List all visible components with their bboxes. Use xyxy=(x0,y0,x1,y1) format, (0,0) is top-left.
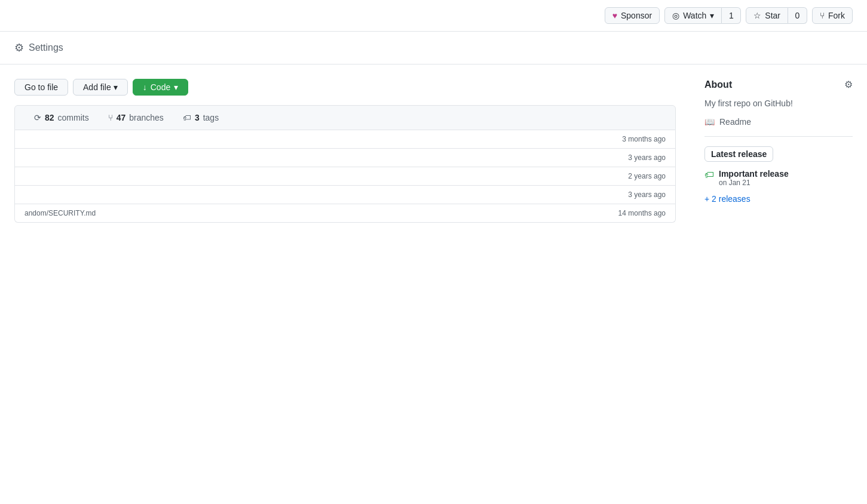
releases-section: Latest release 🏷 Important release on Ja… xyxy=(704,146,853,204)
watch-button[interactable]: ◎ Watch ▾ xyxy=(664,7,722,24)
about-header: About ⚙ xyxy=(704,79,853,90)
chevron-down-icon: ▾ xyxy=(174,82,178,92)
star-icon: ☆ xyxy=(753,11,761,20)
code-button[interactable]: ↓ Code ▾ xyxy=(133,79,188,96)
table-row: 3 years ago xyxy=(15,186,675,204)
eye-icon: ◎ xyxy=(672,11,679,20)
branches-label: branches xyxy=(129,113,164,122)
release-name[interactable]: Important release xyxy=(719,169,789,179)
file-list: 3 months ago 3 years ago 2 years ago 3 y… xyxy=(14,130,676,223)
star-button-group: ☆ Star 0 xyxy=(746,7,807,24)
release-date: on Jan 21 xyxy=(719,179,789,187)
about-title: About xyxy=(704,79,732,90)
stats-bar: ⟳ 82 commits ⑂ 47 branches 🏷 3 tags xyxy=(14,105,676,130)
commits-label: commits xyxy=(58,113,89,122)
file-timestamp: 2 years ago xyxy=(628,172,666,180)
heart-icon xyxy=(612,11,617,20)
table-row: 2 years ago xyxy=(15,167,675,186)
code-label: Code xyxy=(151,82,170,92)
go-to-file-label: Go to file xyxy=(24,82,58,92)
download-icon: ↓ xyxy=(143,82,147,92)
chevron-down-icon: ▾ xyxy=(710,11,714,20)
gear-icon[interactable]: ⚙ xyxy=(844,79,853,90)
file-timestamp: 3 months ago xyxy=(622,135,666,143)
file-timestamp: 3 years ago xyxy=(628,190,666,199)
star-count[interactable]: 0 xyxy=(788,7,807,24)
settings-row: ⚙ Settings xyxy=(0,32,867,64)
main-content: Go to file Add file ▾ ↓ Code ▾ ⟳ 82 comm… xyxy=(0,64,867,237)
watch-label: Watch xyxy=(683,11,706,20)
branch-icon: ⑂ xyxy=(108,113,113,122)
table-row: andom/SECURITY.md 14 months ago xyxy=(15,204,675,222)
top-bar: Sponsor ◎ Watch ▾ 1 ☆ Star 0 ⑂ Fork xyxy=(0,0,867,32)
tags-label: tags xyxy=(203,113,219,122)
about-section: About ⚙ My first repo on GitHub! 📖 Readm… xyxy=(704,79,853,127)
table-row: 3 years ago xyxy=(15,149,675,167)
star-button[interactable]: ☆ Star xyxy=(746,7,788,24)
watch-count[interactable]: 1 xyxy=(722,7,741,24)
commits-stat[interactable]: ⟳ 82 commits xyxy=(24,110,99,125)
table-row: 3 months ago xyxy=(15,130,675,149)
fork-label: Fork xyxy=(828,11,845,20)
chevron-down-icon: ▾ xyxy=(114,82,118,92)
sponsor-label: Sponsor xyxy=(621,11,652,20)
left-panel: Go to file Add file ▾ ↓ Code ▾ ⟳ 82 comm… xyxy=(0,79,690,223)
watch-button-group: ◎ Watch ▾ 1 xyxy=(664,7,741,24)
tags-stat[interactable]: 🏷 3 tags xyxy=(173,110,228,125)
add-file-label: Add file xyxy=(83,82,111,92)
tags-count: 3 xyxy=(195,113,200,122)
branches-count: 47 xyxy=(117,113,126,122)
commits-count: 82 xyxy=(45,113,54,122)
about-description: My first repo on GitHub! xyxy=(704,97,853,110)
gear-icon: ⚙ xyxy=(14,41,24,54)
file-timestamp: 14 months ago xyxy=(618,209,666,217)
star-label: Star xyxy=(765,11,780,20)
history-icon: ⟳ xyxy=(34,113,41,122)
releases-link[interactable]: + 2 releases xyxy=(704,194,750,204)
settings-label: Settings xyxy=(29,42,63,53)
divider xyxy=(704,136,853,137)
go-to-file-button[interactable]: Go to file xyxy=(14,79,68,96)
sponsor-button[interactable]: Sponsor xyxy=(605,7,660,24)
tag-icon: 🏷 xyxy=(704,170,714,180)
action-buttons: Go to file Add file ▾ ↓ Code ▾ xyxy=(14,79,676,96)
add-file-button[interactable]: Add file ▾ xyxy=(73,79,128,96)
branches-stat[interactable]: ⑂ 47 branches xyxy=(99,110,173,125)
latest-release-label: Latest release xyxy=(711,149,767,159)
file-timestamp: 3 years ago xyxy=(628,153,666,162)
file-name: andom/SECURITY.md xyxy=(24,209,96,217)
latest-release-badge: Latest release xyxy=(704,146,773,162)
readme-label: Readme xyxy=(719,117,751,127)
readme-link[interactable]: 📖 Readme xyxy=(704,117,853,127)
tag-icon: 🏷 xyxy=(183,113,191,122)
book-icon: 📖 xyxy=(704,117,715,127)
fork-icon: ⑂ xyxy=(820,11,825,20)
fork-button[interactable]: ⑂ Fork xyxy=(812,7,853,24)
right-panel: About ⚙ My first repo on GitHub! 📖 Readm… xyxy=(690,79,867,223)
release-item: 🏷 Important release on Jan 21 xyxy=(704,169,853,187)
release-info: Important release on Jan 21 xyxy=(719,169,789,187)
